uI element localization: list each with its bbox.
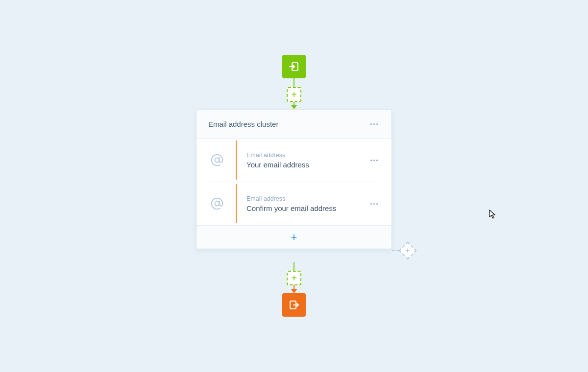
svg-point-2 (215, 201, 219, 206)
branch-connector-line (392, 250, 399, 251)
start-node[interactable] (282, 55, 306, 78)
dot-icon (376, 203, 378, 205)
field-text: Email address Confirm your email address (246, 195, 359, 212)
plus-icon: + (291, 90, 297, 99)
field-more-button[interactable] (368, 158, 380, 163)
end-node[interactable] (282, 293, 306, 317)
entry-icon (288, 61, 300, 72)
connector-line (294, 78, 294, 87)
at-sign-icon (208, 151, 226, 169)
field-row[interactable]: Email address Your email address (208, 139, 380, 182)
field-type-label: Email address (246, 195, 359, 202)
dot-icon (370, 123, 372, 125)
cluster-header: Email address cluster (196, 110, 392, 139)
plus-icon: + (291, 273, 297, 283)
add-field-button[interactable]: + (196, 225, 392, 249)
cluster-body: Email address Your email address (196, 139, 392, 225)
add-branch-button[interactable]: + (399, 242, 416, 259)
insert-node-top[interactable]: + (287, 87, 301, 102)
dot-icon (376, 123, 378, 125)
field-text: Email address Your email address (246, 152, 359, 169)
connector-line (294, 262, 294, 271)
field-more-button[interactable] (368, 201, 380, 207)
svg-point-1 (215, 158, 219, 162)
dot-icon (373, 123, 375, 125)
dot-icon (376, 160, 378, 161)
plus-icon: + (291, 232, 297, 243)
dot-icon (370, 203, 372, 205)
field-accent-bar (236, 184, 237, 223)
at-sign-icon (208, 195, 226, 212)
dot-icon (373, 203, 375, 205)
flow-canvas[interactable]: + Email address cluster (0, 0, 588, 372)
arrow-down-icon (291, 289, 297, 293)
plus-icon: + (405, 247, 410, 255)
field-title: Confirm your email address (246, 204, 359, 212)
dot-icon (373, 160, 375, 161)
field-type-label: Email address (246, 152, 359, 159)
field-row[interactable]: Email address Confirm your email address (208, 182, 380, 225)
dot-icon (370, 160, 372, 161)
mouse-cursor-icon (489, 209, 497, 221)
insert-node-bottom[interactable]: + (287, 271, 301, 285)
cluster-title: Email address cluster (208, 120, 278, 128)
field-title: Your email address (246, 161, 359, 169)
cluster-more-button[interactable] (368, 121, 380, 127)
exit-icon (288, 299, 300, 311)
cluster-card[interactable]: Email address cluster Email address Y (196, 110, 392, 249)
arrow-down-icon (291, 105, 297, 109)
field-accent-bar (236, 140, 237, 180)
